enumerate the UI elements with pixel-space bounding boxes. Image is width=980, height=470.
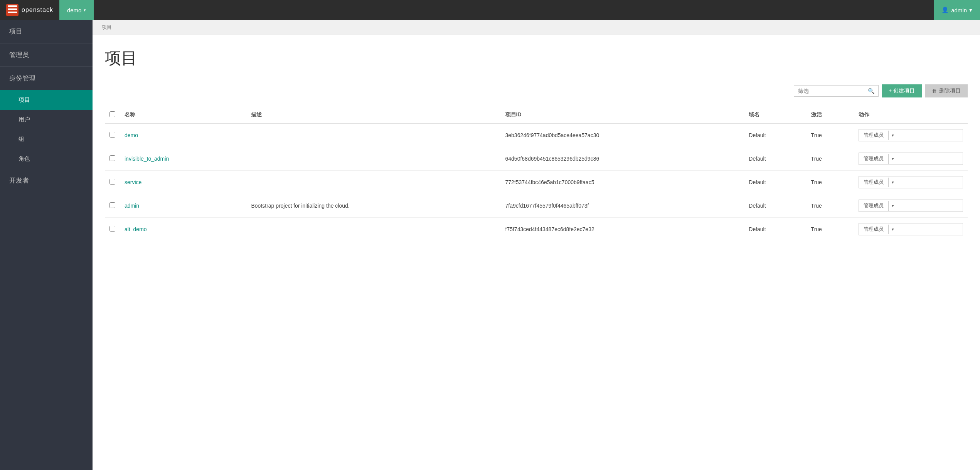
action-label-0[interactable]: 管理成员: [859, 129, 888, 141]
col-name: 名称: [120, 107, 246, 123]
row-name-4[interactable]: alt_demo: [120, 218, 246, 241]
trash-icon: 🗑: [932, 88, 937, 94]
sidebar: 项目 管理员 身份管理 项目 用户 组 角色 开发者: [0, 20, 93, 470]
search-input[interactable]: [798, 88, 865, 94]
row-project-id-3: 7fa9cfd1677f45579f0f4465abff073f: [501, 194, 744, 218]
table-row: admin Bootstrap project for initializing…: [105, 194, 968, 218]
row-active-0: True: [807, 123, 854, 147]
row-description-3: Bootstrap project for initializing the c…: [246, 194, 500, 218]
row-description-0: [246, 123, 500, 147]
action-label-4[interactable]: 管理成员: [859, 223, 888, 235]
content-main: 项目 🔍 + 创建项目 🗑 删除项目: [93, 35, 980, 470]
sidebar-item-users[interactable]: 用户: [0, 110, 93, 129]
row-checkbox-4[interactable]: [109, 226, 115, 232]
breadcrumb: 项目: [93, 20, 980, 35]
row-active-2: True: [807, 171, 854, 194]
top-navbar: openstack demo ▾ 👤 admin ▾: [0, 0, 980, 20]
projects-table: 名称 描述 项目ID 域名 激活 动作 demo 3eb36246f9774ad…: [105, 107, 968, 241]
action-dropdown-1[interactable]: 管理成员 ▾: [859, 153, 963, 165]
sidebar-item-identity[interactable]: 身份管理: [0, 67, 93, 90]
search-box: 🔍: [794, 85, 879, 97]
demo-menu-label: demo: [67, 7, 82, 13]
action-caret-1[interactable]: ▾: [888, 154, 897, 164]
svg-rect-2: [8, 12, 17, 13]
action-caret-3[interactable]: ▾: [888, 201, 897, 211]
row-name-1[interactable]: invisible_to_admin: [120, 147, 246, 171]
col-active: 激活: [807, 107, 854, 123]
row-project-id-0: 3eb36246f9774ad0bd5ace4eea57ac30: [501, 123, 744, 147]
openstack-logo-icon: [6, 4, 19, 16]
sidebar-item-roles[interactable]: 角色: [0, 149, 93, 169]
delete-project-button[interactable]: 🗑 删除项目: [925, 84, 968, 97]
row-project-id-2: 772f53744fbc46e5ab1c7000b9ffaac5: [501, 171, 744, 194]
row-domain-2: Default: [744, 171, 806, 194]
row-domain-4: Default: [744, 218, 806, 241]
col-description: 描述: [246, 107, 500, 123]
row-description-2: [246, 171, 500, 194]
table-row: alt_demo f75f743ced4f443487ec6d8fe2ec7e3…: [105, 218, 968, 241]
table-header: 名称 描述 项目ID 域名 激活 动作: [105, 107, 968, 123]
admin-caret-icon: ▾: [969, 7, 972, 13]
row-action-1: 管理成员 ▾: [854, 147, 968, 171]
row-description-4: [246, 218, 500, 241]
row-checkbox-1[interactable]: [109, 155, 115, 161]
row-active-4: True: [807, 218, 854, 241]
row-action-3: 管理成员 ▾: [854, 194, 968, 218]
row-checkbox-cell: [105, 171, 120, 194]
row-project-id-1: 64d50f68d69b451c8653296db25d9c86: [501, 147, 744, 171]
row-action-0: 管理成员 ▾: [854, 123, 968, 147]
action-dropdown-0[interactable]: 管理成员 ▾: [859, 129, 963, 141]
action-dropdown-2[interactable]: 管理成员 ▾: [859, 176, 963, 188]
action-label-3[interactable]: 管理成员: [859, 200, 888, 212]
sidebar-item-admin[interactable]: 管理员: [0, 44, 93, 67]
action-label-2[interactable]: 管理成员: [859, 176, 888, 188]
action-caret-2[interactable]: ▾: [888, 178, 897, 187]
row-checkbox-cell: [105, 123, 120, 147]
row-checkbox-cell: [105, 218, 120, 241]
table-row: demo 3eb36246f9774ad0bd5ace4eea57ac30 De…: [105, 123, 968, 147]
action-label-1[interactable]: 管理成员: [859, 153, 888, 164]
toolbar-right: 🔍 + 创建项目 🗑 删除项目: [794, 84, 968, 97]
row-domain-0: Default: [744, 123, 806, 147]
top-nav-left: openstack demo ▾: [0, 0, 94, 20]
col-action: 动作: [854, 107, 968, 123]
main-layout: 项目 管理员 身份管理 项目 用户 组 角色 开发者 项目 项: [0, 20, 980, 470]
row-active-1: True: [807, 147, 854, 171]
row-action-2: 管理成员 ▾: [854, 171, 968, 194]
demo-caret-icon: ▾: [84, 8, 86, 13]
admin-menu-button[interactable]: 👤 admin ▾: [934, 0, 980, 20]
action-caret-4[interactable]: ▾: [888, 225, 897, 234]
row-name-0[interactable]: demo: [120, 123, 246, 147]
create-project-button[interactable]: + 创建项目: [882, 84, 922, 97]
page-title: 项目: [105, 47, 968, 69]
row-active-3: True: [807, 194, 854, 218]
select-all-header: [105, 107, 120, 123]
row-checkbox-2[interactable]: [109, 179, 115, 185]
row-checkbox-cell: [105, 194, 120, 218]
row-name-3[interactable]: admin: [120, 194, 246, 218]
row-domain-1: Default: [744, 147, 806, 171]
delete-label: 删除项目: [939, 87, 961, 94]
row-name-2[interactable]: service: [120, 171, 246, 194]
select-all-checkbox[interactable]: [109, 111, 115, 117]
action-dropdown-4[interactable]: 管理成员 ▾: [859, 223, 963, 235]
col-domain: 域名: [744, 107, 806, 123]
sidebar-item-groups[interactable]: 组: [0, 129, 93, 149]
sidebar-item-projects[interactable]: 项目: [0, 90, 93, 110]
demo-menu-button[interactable]: demo ▾: [59, 0, 94, 20]
search-icon: 🔍: [868, 88, 874, 94]
user-icon: 👤: [941, 7, 949, 13]
row-checkbox-3[interactable]: [109, 202, 115, 208]
action-dropdown-3[interactable]: 管理成员 ▾: [859, 200, 963, 212]
logo-area: openstack: [0, 0, 59, 20]
row-project-id-4: f75f743ced4f443487ec6d8fe2ec7e32: [501, 218, 744, 241]
content-area: 项目 项目 🔍 + 创建项目 🗑 删除项目: [93, 20, 980, 470]
sidebar-item-developer[interactable]: 开发者: [0, 169, 93, 192]
col-project-id: 项目ID: [501, 107, 744, 123]
row-checkbox-0[interactable]: [109, 132, 115, 138]
table-body: demo 3eb36246f9774ad0bd5ace4eea57ac30 De…: [105, 123, 968, 241]
row-action-4: 管理成员 ▾: [854, 218, 968, 241]
table-row: service 772f53744fbc46e5ab1c7000b9ffaac5…: [105, 171, 968, 194]
action-caret-0[interactable]: ▾: [888, 131, 897, 140]
sidebar-item-project-top[interactable]: 项目: [0, 20, 93, 43]
